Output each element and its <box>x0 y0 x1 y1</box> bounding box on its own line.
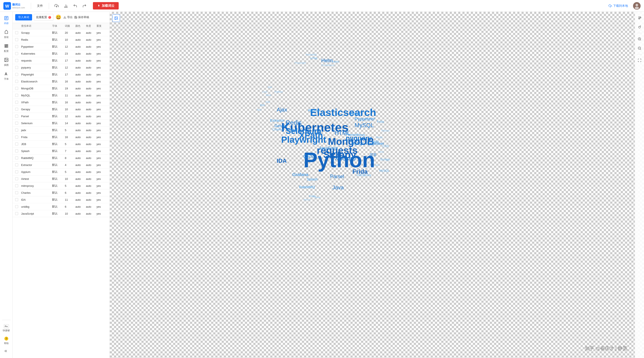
row-checkbox[interactable] <box>15 45 18 48</box>
row-color: auto <box>76 59 86 62</box>
table-row[interactable]: mitmproxy 默认 5 auto auto yes <box>13 182 110 189</box>
undo-icon-btn[interactable] <box>72 2 78 9</box>
row-repeat: yes <box>96 136 107 139</box>
row-angle: auto <box>86 136 96 139</box>
user-avatar[interactable] <box>633 2 640 10</box>
logo[interactable]: W 微词云 weiciyun.com <box>4 2 25 10</box>
chart-icon-btn[interactable] <box>62 2 69 9</box>
row-checkbox-cell <box>15 108 21 111</box>
row-checkbox[interactable] <box>15 73 18 76</box>
row-checkbox[interactable] <box>15 80 18 83</box>
row-checkbox[interactable] <box>15 52 18 55</box>
row-checkbox[interactable] <box>15 136 18 139</box>
table-row[interactable]: Redis 默认 10 auto auto yes <box>13 36 110 43</box>
table-row[interactable]: pyquery 默认 12 auto auto yes <box>13 64 110 71</box>
row-checkbox[interactable] <box>15 101 18 104</box>
row-checkbox[interactable] <box>15 205 18 208</box>
table-row[interactable]: XPath 默认 16 auto auto yes <box>13 99 110 106</box>
table-row[interactable]: MongoDB 默认 19 auto auto yes <box>13 85 110 92</box>
row-angle: auto <box>86 59 96 62</box>
row-angle: auto <box>86 150 96 153</box>
table-row[interactable]: Gerapy 默认 10 auto auto yes <box>13 106 110 113</box>
sidebar-item-font[interactable]: A 字体 <box>1 69 12 82</box>
row-checkbox[interactable] <box>15 59 18 62</box>
sidebar-item-illustration[interactable]: 插图 <box>1 55 12 68</box>
word-list: Scrapy 默认 20 auto auto yes Redis 默认 10 a… <box>13 29 110 358</box>
hand-tool-btn[interactable] <box>636 24 643 30</box>
table-row[interactable]: RabbitMQ 默认 8 auto auto yes <box>13 155 110 162</box>
table-row[interactable]: unidbg 默认 6 auto auto yes <box>13 203 110 210</box>
table-row[interactable]: Kubernetes 默认 23 auto auto yes <box>13 50 110 57</box>
svg-point-19 <box>5 45 6 46</box>
table-row[interactable]: Extractor 默认 4 auto auto yes <box>13 162 110 169</box>
zoom-in-btn[interactable] <box>636 36 643 42</box>
zoom-out-btn[interactable] <box>636 45 643 52</box>
row-checkbox[interactable] <box>15 108 18 111</box>
import-button[interactable]: 导入单词 <box>15 14 32 20</box>
menu-file[interactable]: 文件 <box>35 3 44 9</box>
batch-config-button[interactable]: 批量配置 ! <box>34 14 54 21</box>
row-checkbox[interactable] <box>15 115 18 118</box>
row-checkbox[interactable] <box>15 150 18 153</box>
fit-btn[interactable] <box>636 57 643 64</box>
sidebar-item-content[interactable]: 内容 <box>1 13 12 26</box>
row-color: auto <box>76 170 86 174</box>
add-wordcloud-button[interactable]: 加载词云 <box>93 2 119 9</box>
table-row[interactable]: Selenium 默认 14 auto auto yes <box>13 120 110 127</box>
row-checkbox[interactable] <box>15 191 18 194</box>
row-checkbox[interactable] <box>15 184 18 187</box>
redo-icon-btn[interactable] <box>81 2 88 9</box>
row-repeat: yes <box>96 73 107 76</box>
table-row[interactable]: Elasticsearch 默认 16 auto auto yes <box>13 78 110 85</box>
table-row[interactable]: Playwright 默认 17 auto auto yes <box>13 71 110 78</box>
canvas-image-btn[interactable] <box>112 14 120 22</box>
export-button[interactable]: 导出 <box>63 15 73 19</box>
table-row[interactable]: Pyppeteer 默认 12 auto auto yes <box>13 43 110 50</box>
row-color: auto <box>76 87 86 90</box>
table-row[interactable]: Airtest 默认 10 auto auto yes <box>13 176 110 182</box>
table-row[interactable]: JavaScript 默认 10 auto auto yes <box>13 210 110 217</box>
svg-text:mitmproxy: mitmproxy <box>357 173 372 177</box>
row-checkbox[interactable] <box>15 38 18 41</box>
upload-icon-btn[interactable] <box>53 2 60 9</box>
sidebar-item-shape[interactable]: 形状 <box>1 27 12 40</box>
row-checkbox[interactable] <box>15 31 18 34</box>
table-row[interactable]: JEB 默认 5 auto auto yes <box>13 141 110 148</box>
svg-text:Gerapy: Gerapy <box>274 124 288 128</box>
logo-icon: W <box>4 2 11 10</box>
row-checkbox[interactable] <box>15 87 18 90</box>
sidebar-item-shortcut[interactable]: Fn 快捷键 <box>1 323 12 333</box>
svg-point-93 <box>640 17 641 18</box>
row-checkbox[interactable] <box>15 212 18 215</box>
row-checkbox[interactable] <box>15 177 18 180</box>
row-checkbox[interactable] <box>15 122 18 125</box>
row-checkbox[interactable] <box>15 198 18 201</box>
save-draft-button[interactable]: 保存草稿 <box>74 15 89 19</box>
row-checkbox[interactable] <box>15 157 18 159</box>
emoji-button[interactable]: 😄 <box>55 14 62 20</box>
download-button[interactable]: 下载到本地 <box>606 3 630 9</box>
table-row[interactable]: Frida 默认 16 auto auto yes <box>13 134 110 141</box>
row-checkbox[interactable] <box>15 143 18 146</box>
sidebar-item-config[interactable]: 配置 <box>1 41 12 54</box>
row-checkbox-cell <box>15 157 21 159</box>
table-row[interactable]: Splash 默认 7 auto auto yes <box>13 148 110 155</box>
table-row[interactable]: IDA 默认 11 auto auto yes <box>13 196 110 203</box>
row-word: Frida <box>21 136 52 139</box>
sidebar-item-collapse[interactable] <box>1 348 12 355</box>
table-row[interactable]: Parsel 默认 12 auto auto yes <box>13 113 110 120</box>
table-row[interactable]: Scrapy 默认 20 auto auto yes <box>13 29 110 36</box>
row-checkbox[interactable] <box>15 129 18 132</box>
row-checkbox[interactable] <box>15 66 18 69</box>
table-row[interactable]: jadx 默认 5 auto auto yes <box>13 127 110 134</box>
table-row[interactable]: Appium 默认 5 auto auto yes <box>13 169 110 176</box>
row-checkbox[interactable] <box>15 164 18 166</box>
row-checkbox[interactable] <box>15 170 18 173</box>
filter-tool-btn[interactable] <box>636 14 643 21</box>
table-row[interactable]: MySQL 默认 11 auto auto yes <box>13 92 110 99</box>
sidebar-item-help[interactable]: ? 帮助 <box>1 335 12 346</box>
row-checkbox[interactable] <box>15 94 18 97</box>
table-row[interactable]: Charles 默认 6 auto auto yes <box>13 189 110 196</box>
table-row[interactable]: requests 默认 17 auto auto yes <box>13 57 110 64</box>
row-word: Selenium <box>21 122 52 125</box>
